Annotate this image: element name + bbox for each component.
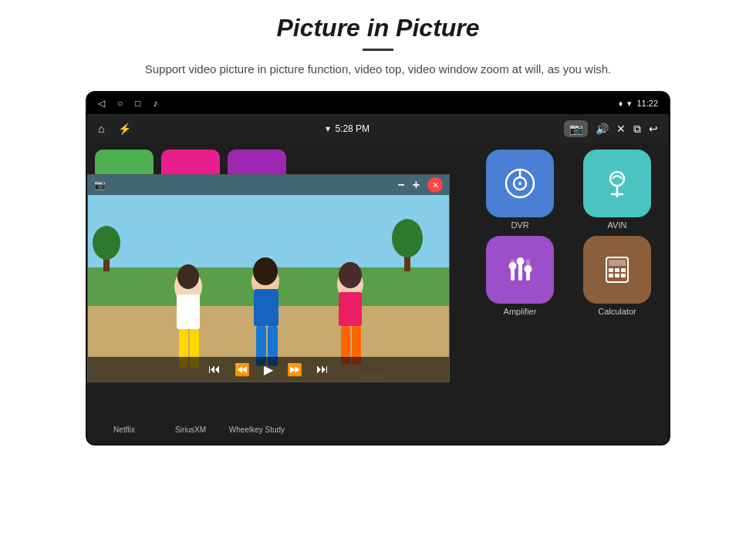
dvr-label: DVR xyxy=(511,220,528,230)
play-icon[interactable]: ▶ xyxy=(264,362,273,377)
right-apps-grid: DVR AVIN xyxy=(468,143,669,415)
pip-video-overlay[interactable]: 📷 − + ✕ xyxy=(87,174,450,382)
prev-icon[interactable]: ⏪ xyxy=(235,362,250,377)
svg-rect-44 xyxy=(615,274,619,277)
dvr-app-cell: DVR xyxy=(474,150,565,230)
device-mockup: ◁ ○ □ ♪ ♦ ▾ 11:22 ⌂ ⚡ ▾ 5:28 PM 📷 xyxy=(86,91,670,446)
pip-controls-right: − + ✕ xyxy=(397,177,443,193)
wheelkey-bottom-label: Wheelkey Study xyxy=(228,425,286,434)
calculator-app-icon[interactable] xyxy=(583,236,651,304)
pip-video-scene: VGS30 xyxy=(88,175,449,382)
page-title: Picture in Picture xyxy=(276,14,479,42)
wifi-toolbar-icon: ▾ xyxy=(326,123,330,134)
dvr-app-icon[interactable] xyxy=(486,150,554,217)
bottom-labels-row: Netflix SiriusXM Wheelkey Study xyxy=(87,415,669,444)
svg-rect-14 xyxy=(339,292,362,326)
page-subtitle: Support video picture in picture functio… xyxy=(145,60,611,79)
calculator-label: Calculator xyxy=(598,307,636,316)
pip-header: 📷 − + ✕ xyxy=(88,175,449,195)
status-bar: ◁ ○ □ ♪ ♦ ▾ 11:22 xyxy=(87,92,669,114)
location-icon: ♦ xyxy=(619,99,623,108)
pip-playback-controls: ⏮ ⏪ ▶ ⏩ ⏭ xyxy=(88,357,449,382)
svg-rect-40 xyxy=(609,268,613,272)
avin-label: AVIN xyxy=(608,220,627,230)
content-area: 📷 − + ✕ xyxy=(87,143,669,415)
usb-icon: ⚡ xyxy=(118,123,131,135)
status-time: 11:22 xyxy=(636,99,658,108)
calculator-icon-svg xyxy=(600,253,634,287)
wifi-icon: ▾ xyxy=(627,99,632,109)
toolbar-center: ▾ 5:28 PM xyxy=(326,123,370,134)
avin-app-cell: AVIN xyxy=(572,150,663,230)
svg-point-17 xyxy=(339,262,362,288)
page-container: Picture in Picture Support video picture… xyxy=(0,0,756,538)
svg-rect-42 xyxy=(621,268,626,272)
next-icon[interactable]: ⏩ xyxy=(287,362,302,377)
pip-minus-button[interactable]: − xyxy=(397,178,404,192)
home-icon[interactable]: ⌂ xyxy=(98,123,104,135)
avin-app-icon[interactable] xyxy=(583,150,651,217)
toolbar-time: 5:28 PM xyxy=(335,123,370,134)
svg-point-24 xyxy=(518,182,521,185)
recents-nav-icon[interactable]: □ xyxy=(135,98,140,109)
svg-rect-43 xyxy=(609,274,613,277)
dvr-icon-svg xyxy=(503,166,537,200)
svg-rect-45 xyxy=(621,274,626,277)
svg-point-37 xyxy=(525,265,532,273)
svg-rect-9 xyxy=(254,289,278,326)
amplifier-icon-svg xyxy=(503,253,537,287)
toolbar-left: ⌂ ⚡ xyxy=(98,123,131,135)
title-divider xyxy=(363,49,393,51)
status-bar-nav: ◁ ○ □ ♪ xyxy=(98,98,158,109)
rewind-icon[interactable]: ⏮ xyxy=(208,362,221,376)
svg-point-31 xyxy=(509,262,517,270)
pip-video-svg: VGS30 xyxy=(88,175,449,382)
status-bar-system: ♦ ▾ 11:22 xyxy=(619,99,658,109)
amplifier-app-icon[interactable] xyxy=(486,236,554,304)
amplifier-app-cell: Amplifier xyxy=(474,236,565,316)
svg-point-12 xyxy=(253,257,278,285)
main-content: 📷 − + ✕ xyxy=(87,143,669,444)
svg-rect-41 xyxy=(615,268,619,272)
pip-camera-icon: 📷 xyxy=(94,180,106,190)
pip-toolbar-icon[interactable]: ⧉ xyxy=(633,123,641,136)
back-nav-icon[interactable]: ◁ xyxy=(98,98,105,109)
netflix-bottom-label: Netflix xyxy=(95,425,154,434)
siriusxm-bottom-label: SiriusXM xyxy=(161,425,220,434)
pip-close-button[interactable]: ✕ xyxy=(427,177,443,193)
back-toolbar-icon[interactable]: ↩ xyxy=(649,123,658,135)
svg-point-26 xyxy=(610,172,624,186)
svg-point-34 xyxy=(517,257,525,265)
amplifier-label: Amplifier xyxy=(504,307,537,316)
calculator-app-cell: Calculator xyxy=(572,236,663,316)
svg-point-7 xyxy=(177,264,199,289)
volume-icon[interactable]: 🔊 xyxy=(596,123,609,135)
svg-rect-4 xyxy=(177,294,200,329)
music-nav-icon[interactable]: ♪ xyxy=(154,98,158,109)
close-toolbar-icon[interactable]: ✕ xyxy=(616,123,626,135)
app-toolbar: ⌂ ⚡ ▾ 5:28 PM 📷 🔊 ✕ ⧉ ↩ xyxy=(87,114,669,143)
svg-rect-39 xyxy=(609,260,626,266)
pip-plus-button[interactable]: + xyxy=(413,178,420,192)
fast-forward-icon[interactable]: ⏭ xyxy=(316,362,329,376)
avin-icon-svg xyxy=(600,166,634,200)
svg-point-19 xyxy=(93,226,120,260)
camera-button[interactable]: 📷 xyxy=(564,120,588,137)
svg-point-21 xyxy=(392,219,423,257)
toolbar-right: 📷 🔊 ✕ ⧉ ↩ xyxy=(564,120,658,137)
home-nav-icon[interactable]: ○ xyxy=(117,98,123,109)
